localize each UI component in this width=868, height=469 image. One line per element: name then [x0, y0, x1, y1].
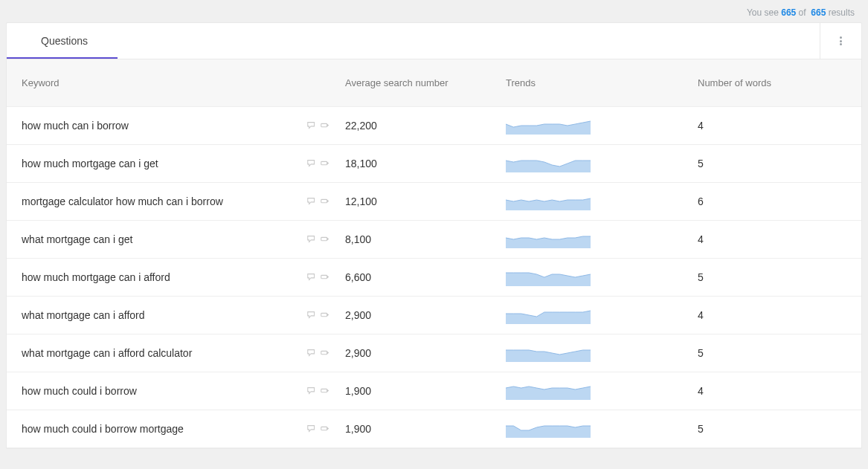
- svg-rect-6: [321, 237, 327, 240]
- kebab-icon: [840, 36, 842, 47]
- table-body: how much can i borrow22,2004how much mor…: [7, 107, 861, 448]
- word-count-value: 4: [696, 309, 861, 321]
- keyword-text: how much could i borrow: [22, 385, 137, 397]
- keyword-text: mortgage calculator how much can i borro…: [22, 195, 223, 207]
- comment-icon[interactable]: [306, 234, 317, 245]
- summary-total: 665: [811, 7, 826, 18]
- tag-icon[interactable]: [320, 272, 330, 282]
- avg-search-value: 1,900: [339, 423, 504, 435]
- trend-sparkline: [506, 230, 591, 248]
- tag-icon[interactable]: [320, 386, 330, 396]
- results-panel: Questions Keyword Average search number …: [6, 22, 862, 449]
- word-count-value: 5: [696, 271, 861, 283]
- svg-rect-12: [321, 351, 327, 354]
- trend-sparkline: [506, 382, 591, 400]
- svg-rect-8: [321, 275, 327, 278]
- avg-search-value: 22,200: [339, 120, 504, 132]
- col-header-avg[interactable]: Average search number: [339, 77, 504, 88]
- tag-icon[interactable]: [320, 424, 330, 434]
- trend-sparkline: [506, 306, 591, 324]
- tag-icon[interactable]: [320, 310, 330, 320]
- word-count-value: 5: [696, 347, 861, 359]
- avg-search-value: 2,900: [339, 347, 504, 359]
- tag-icon[interactable]: [320, 348, 330, 358]
- word-count-value: 6: [696, 195, 861, 207]
- table-row[interactable]: how much mortgage can i get18,1005: [7, 145, 861, 183]
- table-row[interactable]: what mortgage can i afford2,9004: [7, 297, 861, 334]
- comment-icon[interactable]: [306, 196, 317, 207]
- svg-rect-2: [321, 161, 327, 164]
- summary-of: of: [799, 7, 806, 18]
- keyword-text: how much mortgage can i afford: [22, 271, 170, 283]
- comment-icon[interactable]: [306, 424, 317, 434]
- word-count-value: 4: [696, 233, 861, 245]
- word-count-value: 5: [696, 423, 861, 435]
- avg-search-value: 6,600: [339, 271, 504, 283]
- tag-icon[interactable]: [320, 196, 330, 207]
- comment-icon[interactable]: [306, 158, 317, 169]
- trend-sparkline: [506, 344, 591, 362]
- comment-icon[interactable]: [306, 348, 317, 358]
- tab-questions[interactable]: Questions: [7, 23, 118, 59]
- comment-icon[interactable]: [306, 120, 317, 131]
- keyword-text: what mortgage can i get: [22, 233, 132, 245]
- table-row[interactable]: mortgage calculator how much can i borro…: [7, 183, 861, 221]
- avg-search-value: 12,100: [339, 195, 504, 207]
- table-row[interactable]: how much could i borrow mortgage1,9005: [7, 410, 861, 448]
- svg-rect-16: [321, 427, 327, 430]
- avg-search-value: 1,900: [339, 385, 504, 397]
- svg-rect-4: [321, 199, 327, 202]
- tabs-row: Questions: [7, 23, 861, 59]
- tag-icon[interactable]: [320, 120, 330, 131]
- results-summary: You see 665 of 665 results: [0, 0, 868, 22]
- keyword-text: how much could i borrow mortgage: [22, 423, 184, 435]
- col-header-keyword[interactable]: Keyword: [7, 77, 339, 88]
- more-options-button[interactable]: [820, 23, 861, 59]
- word-count-value: 4: [696, 385, 861, 397]
- trend-sparkline: [506, 193, 591, 210]
- tag-icon[interactable]: [320, 234, 330, 245]
- avg-search-value: 8,100: [339, 233, 504, 245]
- trend-sparkline: [506, 420, 591, 438]
- trend-sparkline: [506, 155, 591, 172]
- keyword-text: how much can i borrow: [22, 120, 129, 132]
- avg-search-value: 2,900: [339, 309, 504, 321]
- trend-sparkline: [506, 117, 591, 135]
- summary-prefix: You see: [747, 7, 779, 18]
- table-row[interactable]: what mortgage can i get8,1004: [7, 221, 861, 259]
- comment-icon[interactable]: [306, 272, 317, 282]
- svg-rect-14: [321, 389, 327, 392]
- avg-search-value: 18,100: [339, 158, 504, 169]
- word-count-value: 5: [696, 158, 861, 169]
- summary-shown: 665: [781, 7, 796, 18]
- table-row[interactable]: what mortgage can i afford calculator2,9…: [7, 334, 861, 372]
- svg-rect-10: [321, 313, 327, 316]
- col-header-trends[interactable]: Trends: [504, 77, 696, 88]
- svg-rect-0: [321, 123, 327, 126]
- keyword-text: what mortgage can i afford: [22, 309, 145, 321]
- table-header: Keyword Average search number Trends Num…: [7, 59, 861, 107]
- table-row[interactable]: how much mortgage can i afford6,6005: [7, 259, 861, 297]
- trend-sparkline: [506, 268, 591, 286]
- comment-icon[interactable]: [306, 310, 317, 320]
- col-header-words[interactable]: Number of words: [696, 77, 861, 88]
- tag-icon[interactable]: [320, 158, 330, 169]
- keyword-text: what mortgage can i afford calculator: [22, 347, 192, 359]
- comment-icon[interactable]: [306, 386, 317, 396]
- word-count-value: 4: [696, 120, 861, 132]
- keyword-text: how much mortgage can i get: [22, 158, 158, 169]
- table-row[interactable]: how much could i borrow1,9004: [7, 372, 861, 410]
- table-row[interactable]: how much can i borrow22,2004: [7, 107, 861, 145]
- summary-suffix: results: [829, 7, 855, 18]
